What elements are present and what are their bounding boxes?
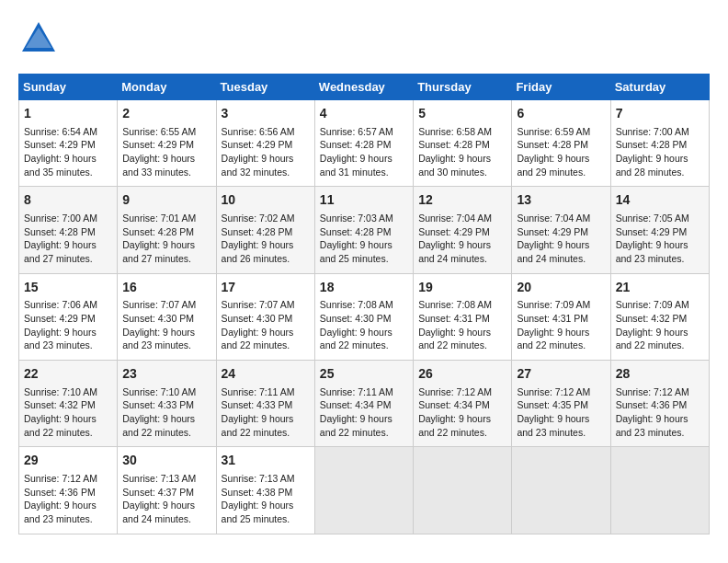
sunrise-label: Sunrise: 7:11 AM — [320, 386, 393, 397]
daylight-label: Daylight: 9 hours and 23 minutes. — [24, 327, 97, 351]
day-number: 24 — [222, 365, 310, 384]
calendar-week-3: 15Sunrise: 7:06 AMSunset: 4:29 PMDayligh… — [19, 273, 710, 360]
sunset-label: Sunset: 4:31 PM — [418, 313, 490, 324]
sunset-label: Sunset: 4:28 PM — [24, 226, 96, 237]
sunrise-label: Sunrise: 7:03 AM — [320, 213, 393, 224]
sunset-label: Sunset: 4:35 PM — [517, 399, 588, 410]
daylight-label: Daylight: 9 hours and 26 minutes. — [222, 239, 294, 264]
sunset-label: Sunset: 4:28 PM — [320, 226, 392, 237]
day-number: 15 — [24, 279, 112, 297]
sunset-label: Sunset: 4:33 PM — [222, 399, 293, 410]
day-number: 14 — [616, 191, 704, 210]
calendar-week-5: 29Sunrise: 7:12 AMSunset: 4:36 PMDayligh… — [19, 447, 710, 534]
day-number: 29 — [24, 452, 112, 470]
column-header-sunday: Sunday — [19, 75, 118, 100]
sunrise-label: Sunrise: 7:12 AM — [24, 473, 97, 484]
logo-icon — [18, 18, 59, 59]
calendar-cell: 29Sunrise: 7:12 AMSunset: 4:36 PMDayligh… — [19, 447, 118, 534]
day-number: 9 — [122, 191, 210, 210]
day-number: 6 — [517, 105, 605, 123]
calendar-cell: 17Sunrise: 7:07 AMSunset: 4:30 PMDayligh… — [216, 273, 314, 360]
sunset-label: Sunset: 4:29 PM — [222, 139, 293, 150]
calendar-cell: 8Sunrise: 7:00 AMSunset: 4:28 PMDaylight… — [19, 187, 118, 273]
calendar-cell: 31Sunrise: 7:13 AMSunset: 4:38 PMDayligh… — [216, 447, 314, 534]
sunrise-label: Sunrise: 7:13 AM — [222, 473, 295, 484]
sunset-label: Sunset: 4:34 PM — [418, 399, 490, 410]
sunrise-label: Sunrise: 7:05 AM — [616, 213, 689, 224]
sunset-label: Sunset: 4:38 PM — [222, 487, 293, 498]
daylight-label: Daylight: 9 hours and 30 minutes. — [418, 153, 491, 178]
calendar-cell: 1Sunrise: 6:54 AMSunset: 4:29 PMDaylight… — [19, 100, 118, 187]
day-number: 13 — [517, 191, 605, 210]
logo — [18, 18, 64, 59]
calendar-table: SundayMondayTuesdayWednesdayThursdayFrid… — [18, 74, 710, 534]
daylight-label: Daylight: 9 hours and 22 minutes. — [418, 413, 491, 438]
sunset-label: Sunset: 4:28 PM — [418, 139, 490, 150]
sunrise-label: Sunrise: 7:00 AM — [24, 213, 97, 224]
sunrise-label: Sunrise: 7:12 AM — [517, 386, 590, 397]
calendar-cell: 13Sunrise: 7:04 AMSunset: 4:29 PMDayligh… — [512, 187, 610, 273]
day-number: 19 — [418, 279, 506, 297]
daylight-label: Daylight: 9 hours and 23 minutes. — [517, 413, 589, 438]
day-number: 20 — [517, 279, 605, 297]
daylight-label: Daylight: 9 hours and 22 minutes. — [122, 413, 195, 438]
day-number: 31 — [222, 452, 310, 470]
sunrise-label: Sunrise: 6:55 AM — [122, 126, 196, 137]
daylight-label: Daylight: 9 hours and 31 minutes. — [320, 153, 392, 178]
daylight-label: Daylight: 9 hours and 23 minutes. — [616, 413, 688, 438]
calendar-week-2: 8Sunrise: 7:00 AMSunset: 4:28 PMDaylight… — [19, 187, 710, 273]
column-header-friday: Friday — [512, 75, 610, 100]
sunset-label: Sunset: 4:32 PM — [24, 399, 96, 410]
column-header-wednesday: Wednesday — [314, 75, 413, 100]
sunrise-label: Sunrise: 7:07 AM — [222, 299, 295, 310]
calendar-cell: 15Sunrise: 7:06 AMSunset: 4:29 PMDayligh… — [19, 273, 118, 360]
page-header — [18, 18, 710, 59]
day-number: 28 — [616, 365, 704, 384]
sunset-label: Sunset: 4:28 PM — [616, 139, 688, 150]
sunset-label: Sunset: 4:33 PM — [122, 399, 194, 410]
sunset-label: Sunset: 4:30 PM — [320, 313, 392, 324]
calendar-cell: 5Sunrise: 6:58 AMSunset: 4:28 PMDaylight… — [414, 100, 512, 187]
daylight-label: Daylight: 9 hours and 22 minutes. — [616, 327, 688, 351]
sunset-label: Sunset: 4:28 PM — [320, 139, 392, 150]
calendar-cell: 30Sunrise: 7:13 AMSunset: 4:37 PMDayligh… — [118, 447, 216, 534]
daylight-label: Daylight: 9 hours and 22 minutes. — [222, 413, 294, 438]
sunrise-label: Sunrise: 7:12 AM — [418, 386, 492, 397]
calendar-cell: 24Sunrise: 7:11 AMSunset: 4:33 PMDayligh… — [216, 361, 314, 447]
daylight-label: Daylight: 9 hours and 29 minutes. — [517, 153, 589, 178]
day-number: 8 — [24, 191, 112, 210]
day-number: 2 — [122, 105, 210, 123]
sunrise-label: Sunrise: 7:11 AM — [222, 386, 295, 397]
daylight-label: Daylight: 9 hours and 27 minutes. — [122, 239, 195, 264]
daylight-label: Daylight: 9 hours and 25 minutes. — [320, 239, 392, 264]
daylight-label: Daylight: 9 hours and 25 minutes. — [222, 500, 294, 524]
sunrise-label: Sunrise: 6:54 AM — [24, 126, 97, 137]
day-number: 5 — [418, 105, 506, 123]
daylight-label: Daylight: 9 hours and 32 minutes. — [222, 153, 294, 178]
svg-marker-1 — [26, 28, 51, 48]
calendar-cell: 21Sunrise: 7:09 AMSunset: 4:32 PMDayligh… — [610, 273, 709, 360]
calendar-cell — [314, 447, 413, 534]
calendar-week-1: 1Sunrise: 6:54 AMSunset: 4:29 PMDaylight… — [19, 100, 710, 187]
sunrise-label: Sunrise: 7:07 AM — [122, 299, 196, 310]
sunrise-label: Sunrise: 6:59 AM — [517, 126, 590, 137]
calendar-cell: 22Sunrise: 7:10 AMSunset: 4:32 PMDayligh… — [19, 361, 118, 447]
calendar-cell: 4Sunrise: 6:57 AMSunset: 4:28 PMDaylight… — [314, 100, 413, 187]
calendar-cell — [512, 447, 610, 534]
sunrise-label: Sunrise: 6:57 AM — [320, 126, 393, 137]
sunrise-label: Sunrise: 7:06 AM — [24, 299, 97, 310]
day-number: 7 — [616, 105, 704, 123]
calendar-cell: 19Sunrise: 7:08 AMSunset: 4:31 PMDayligh… — [414, 273, 512, 360]
calendar-cell: 26Sunrise: 7:12 AMSunset: 4:34 PMDayligh… — [414, 361, 512, 447]
sunrise-label: Sunrise: 7:10 AM — [24, 386, 97, 397]
sunset-label: Sunset: 4:29 PM — [24, 313, 96, 324]
calendar-cell: 23Sunrise: 7:10 AMSunset: 4:33 PMDayligh… — [118, 361, 216, 447]
column-header-tuesday: Tuesday — [216, 75, 314, 100]
calendar-cell: 3Sunrise: 6:56 AMSunset: 4:29 PMDaylight… — [216, 100, 314, 187]
sunset-label: Sunset: 4:37 PM — [122, 487, 194, 498]
day-number: 30 — [122, 452, 210, 470]
daylight-label: Daylight: 9 hours and 23 minutes. — [616, 239, 688, 264]
daylight-label: Daylight: 9 hours and 27 minutes. — [24, 239, 97, 264]
sunset-label: Sunset: 4:30 PM — [122, 313, 194, 324]
calendar-body: 1Sunrise: 6:54 AMSunset: 4:29 PMDaylight… — [19, 100, 710, 534]
